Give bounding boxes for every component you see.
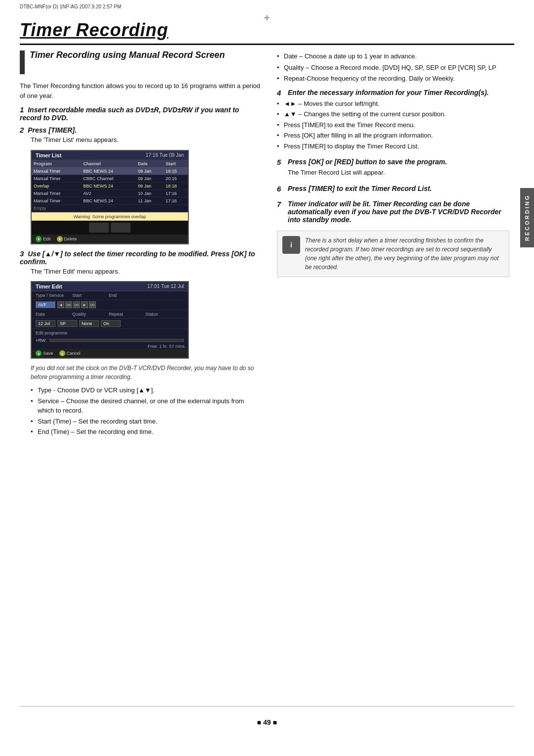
date-field[interactable]: 12 Jul — [36, 320, 55, 327]
edit-button[interactable]: ● Edit — [36, 236, 51, 242]
step-4-num: 4 — [277, 89, 286, 97]
delete-label: Delete — [64, 236, 77, 241]
repeat-field[interactable]: None — [79, 320, 99, 327]
timer-list-footer: ● Edit ● Delete — [32, 235, 188, 243]
cancel-label: Cancel — [67, 351, 81, 356]
step-3-num: 3 — [20, 249, 24, 258]
list-item: Press [TIMER] to exit the Timer Record m… — [277, 120, 509, 130]
edit-prog-row: Edit programme. — [32, 329, 188, 337]
save-icon: ● — [36, 350, 42, 356]
step-1-title: Insert recordable media such as DVD±R, D… — [20, 106, 239, 122]
right-step-7: 7 Timer indicator will be lit. Timer Rec… — [277, 200, 509, 224]
status-label: Status — [145, 312, 180, 317]
step-4-title: Enter the necessary information for your… — [288, 89, 489, 96]
timer-list-header: Timer List 17:16 Tue 09 Jan — [32, 151, 188, 160]
type-service-row: Type / Service Start End — [32, 291, 188, 300]
info-icon: i — [282, 236, 300, 254]
timer-edit-screen: Timer Edit 17:01 Tue 12 Jul Type / Servi… — [31, 281, 189, 359]
list-item: Quality – Choose a Record mode. [DVD] HQ… — [277, 63, 509, 73]
table-row: Manual Timer BBC NEWS 24 09 Jan 18:15 — [32, 167, 188, 175]
step-7-row: 7 Timer indicator will be lit. Timer Rec… — [277, 200, 509, 224]
table-row: Overlap BBC NEWS 24 09 Jan 18:18 — [32, 182, 188, 189]
info-box: i There is a short delay when a timer re… — [277, 231, 509, 277]
step-5-num: 5 — [277, 158, 286, 166]
quality-label: Quality — [72, 312, 107, 317]
step-3: 3 Use [▲/▼] to select the timer recordin… — [20, 249, 262, 277]
list-item: ▲▼ – Changes the setting of the current … — [277, 109, 509, 119]
timer-edit-time: 17:01 Tue 12 Jul — [147, 284, 184, 289]
timer-list-table: Program Channel Date Start Manual Timer … — [32, 160, 188, 212]
list-item: Repeat-Choose frequency of the recording… — [277, 74, 509, 84]
timer-list-title: Timer List — [36, 152, 61, 158]
date-label: Date — [36, 312, 70, 317]
time-controls: ◄ 00 00 ► 00 — [57, 301, 96, 308]
col-channel: Channel — [81, 160, 136, 168]
save-button[interactable]: ● Save — [36, 350, 53, 356]
vcr-block-1 — [89, 223, 109, 233]
timer-edit-title: Timer Edit — [36, 284, 62, 289]
timer-list-time: 17:16 Tue 09 Jan — [146, 152, 184, 158]
ctrl-2[interactable]: 00 — [65, 301, 72, 308]
step-2-num: 2 — [20, 126, 24, 134]
delete-button[interactable]: ● Delete — [57, 236, 77, 242]
timer-list-screen: Timer List 17:16 Tue 09 Jan Program Chan… — [31, 150, 189, 244]
list-item: End (Time) – Set the recording end time. — [31, 427, 262, 437]
list-item: Service – Choose the desired channel, or… — [31, 396, 262, 416]
right-step-6: 6 Press [TIMER] to exit the Timer Record… — [277, 185, 509, 193]
right-column: Date – Choose a date up to 1 year in adv… — [277, 49, 509, 277]
step-5-body: The Timer Record List will appear. — [288, 168, 509, 178]
step-4-row: 4 Enter the necessary information for yo… — [277, 89, 509, 97]
step-2-title: Press [TIMER]. — [28, 126, 77, 134]
repeat-label: Repeat — [109, 312, 143, 317]
type-service-label: Type / Service — [36, 293, 70, 298]
date-quality-values-row: 12 Jul SP None On — [32, 319, 188, 329]
edit-icon: ● — [36, 236, 42, 242]
col-date: Date — [136, 160, 164, 168]
cancel-button[interactable]: ● Cancel — [59, 350, 81, 356]
list-item: Start (Time) – Set the recording start t… — [31, 417, 262, 426]
ctrl-5[interactable]: 00 — [89, 301, 96, 308]
rw-bar — [49, 339, 184, 342]
step-3-title: Use [▲/▼] to select the timer recording … — [20, 250, 255, 266]
type-field[interactable]: AVF — [36, 301, 55, 308]
step-5-row: 5 Press [OK] or [RED] button to save the… — [277, 158, 509, 166]
page-title: Timer Recording — [20, 20, 168, 40]
timer-list-warning: Warning: Some programmes overlap — [32, 212, 188, 221]
end-label: End — [109, 293, 143, 298]
right-step-4: 4 Enter the necessary information for yo… — [277, 89, 509, 151]
info-text: There is a short delay when a timer reco… — [305, 236, 504, 272]
ctrl-4[interactable]: ► — [81, 301, 88, 308]
step-5-title: Press [OK] or [RED] button to save the p… — [288, 158, 447, 166]
table-row: Empty — [32, 204, 188, 212]
right-step-5: 5 Press [OK] or [RED] button to save the… — [277, 158, 509, 178]
col-program: Program — [32, 160, 81, 168]
step-6-title: Press [TIMER] to exit the Timer Record L… — [288, 185, 432, 192]
left-column: Timer Recording using Manual Record Scre… — [20, 49, 262, 440]
section-heading: Timer Recording using Manual Record Scre… — [20, 49, 262, 74]
page-number: ■ 49 ■ — [257, 718, 277, 726]
free-label: Free: 1 hr. 57 mins. — [32, 344, 188, 349]
step-1: 1 Insert recordable media such as DVD±R,… — [20, 105, 262, 122]
header-meta: DTBC-MNF(or D) 1NP-AG 2007.9.20 2:57 PM — [20, 4, 121, 9]
quality-field[interactable]: SP — [57, 320, 77, 327]
start-label: Start — [72, 293, 107, 298]
list-item: Type - Choose DVD or VCR using [▲▼]. — [31, 385, 262, 395]
list-item: Press [TIMER] to display the Timer Recor… — [277, 142, 509, 151]
right-bullet-list-top: Date – Choose a date up to 1 year in adv… — [277, 51, 509, 84]
ctrl-3[interactable]: 00 — [73, 301, 80, 308]
vcr-area — [32, 221, 188, 235]
step-7-num: 7 — [277, 200, 286, 208]
list-item: Date – Choose a date up to 1 year in adv… — [277, 51, 509, 61]
table-row: Manual Timer AV2 10 Jan 17:16 — [32, 189, 188, 197]
rw-row: +RW: — [32, 337, 188, 344]
section-heading-text: Timer Recording using Manual Record Scre… — [30, 49, 225, 61]
sidebar-recording-label: RECORDING — [520, 188, 534, 247]
ctrl-1[interactable]: ◄ — [57, 301, 64, 308]
step-3-body: The 'Timer Edit' menu appears. — [31, 267, 262, 277]
delete-icon: ● — [57, 236, 63, 242]
step-1-num: 1 — [20, 105, 24, 114]
timer-edit-header: Timer Edit 17:01 Tue 12 Jul — [32, 282, 188, 291]
cancel-icon: ● — [59, 350, 65, 356]
step-6-row: 6 Press [TIMER] to exit the Timer Record… — [277, 185, 509, 193]
status-field[interactable]: On — [101, 320, 121, 327]
